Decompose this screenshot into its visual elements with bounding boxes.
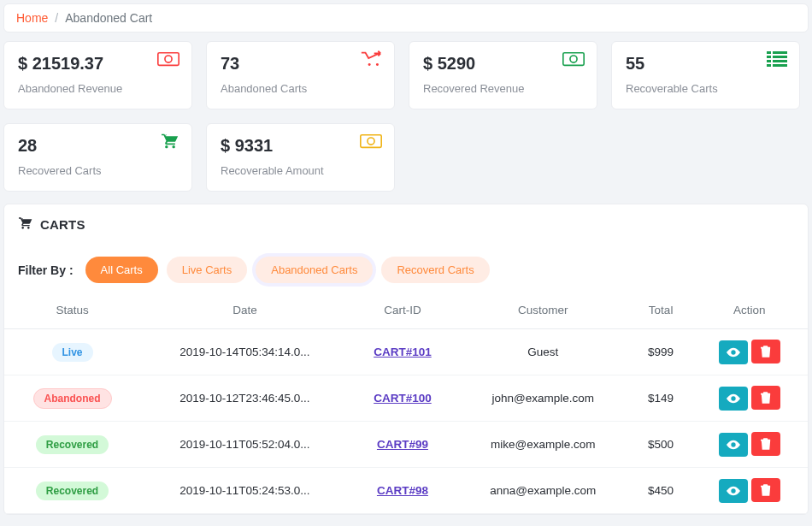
delete-button[interactable] — [751, 432, 780, 456]
breadcrumb-separator: / — [55, 11, 58, 25]
svg-rect-14 — [361, 135, 381, 148]
cart-icon — [18, 216, 33, 233]
cell-total: $450 — [631, 468, 691, 514]
filter-pills: All CartsLive CartsAbandoned CartsRecove… — [85, 257, 490, 283]
stat-card: 55Recoverable Carts — [611, 41, 800, 109]
cart-id-link[interactable]: CART#101 — [374, 346, 432, 358]
status-badge: Abandoned — [33, 388, 112, 409]
svg-point-2 — [368, 63, 371, 66]
breadcrumb-home[interactable]: Home — [16, 11, 48, 25]
filter-pill-live-carts[interactable]: Live Carts — [167, 257, 248, 283]
view-button[interactable] — [719, 387, 748, 411]
money-icon — [360, 133, 382, 150]
cell-total: $500 — [631, 422, 691, 468]
svg-rect-6 — [767, 51, 771, 54]
filter-row: Filter By : All CartsLive CartsAbandoned… — [4, 236, 808, 292]
status-badge: Recovered — [36, 482, 109, 500]
table-header-row: StatusDateCart-IDCustomerTotalAction — [4, 292, 808, 329]
svg-rect-9 — [773, 56, 787, 58]
stat-label: Abandoned Revenue — [18, 82, 178, 95]
stat-card: $ 9331Recoverable Amount — [206, 123, 395, 192]
cell-customer: john@example.com — [456, 375, 631, 422]
svg-point-5 — [570, 56, 577, 62]
table-row: Abandoned2019-10-12T23:46:45.0...CART#10… — [4, 375, 808, 422]
table-header: Customer — [456, 292, 631, 329]
cell-customer: mike@example.com — [456, 422, 631, 468]
money-icon — [157, 50, 179, 68]
svg-rect-10 — [767, 60, 771, 62]
stat-cards-grid: $ 21519.37Abandoned Revenue73Abandoned C… — [0, 41, 812, 204]
filter-pill-abandoned-carts[interactable]: Abandoned Carts — [256, 257, 373, 283]
stat-value: 73 — [221, 54, 380, 74]
table-header: Cart-ID — [350, 292, 456, 329]
cell-customer: anna@example.com — [456, 468, 631, 514]
svg-point-3 — [376, 63, 379, 66]
stat-value: 28 — [18, 136, 178, 156]
money-icon — [562, 50, 585, 68]
view-button[interactable] — [719, 433, 748, 457]
stat-card: 73Abandoned Carts — [206, 41, 395, 109]
breadcrumb: Home / Abandoned Cart — [3, 3, 809, 33]
cell-date: 2019-10-12T23:46:45.0... — [140, 375, 350, 422]
delete-button[interactable] — [751, 386, 780, 410]
svg-point-1 — [165, 56, 172, 62]
cart-id-link[interactable]: CART#99 — [377, 438, 428, 451]
stat-label: Recovered Revenue — [423, 82, 583, 95]
delete-button[interactable] — [751, 340, 780, 363]
stat-label: Recoverable Carts — [626, 82, 786, 95]
table-row: Live2019-10-14T05:34:14.0...CART#101Gues… — [4, 329, 808, 375]
carts-table: StatusDateCart-IDCustomerTotalAction Liv… — [4, 292, 808, 514]
panel-title: CARTS — [40, 217, 85, 232]
stat-label: Abandoned Carts — [221, 82, 380, 95]
svg-rect-8 — [767, 56, 771, 58]
stat-value: 55 — [626, 54, 786, 74]
table-row: Recovered2019-10-11T05:52:04.0...CART#99… — [4, 422, 808, 468]
cart-arrow-icon — [360, 50, 382, 68]
table-header: Status — [4, 292, 140, 329]
cell-date: 2019-10-11T05:24:53.0... — [140, 468, 350, 514]
view-button[interactable] — [719, 479, 748, 503]
status-badge: Live — [52, 343, 93, 362]
cart-icon — [157, 133, 179, 150]
cell-total: $149 — [631, 375, 691, 422]
list-icon — [765, 50, 787, 68]
cell-customer: Guest — [456, 329, 631, 375]
stat-value: $ 21519.37 — [18, 54, 178, 74]
filter-pill-recoverd-carts[interactable]: Recoverd Carts — [381, 257, 489, 283]
svg-rect-0 — [158, 53, 179, 66]
stat-card: $ 5290Recovered Revenue — [409, 41, 597, 109]
delete-button[interactable] — [751, 478, 780, 502]
table-header: Action — [691, 292, 808, 329]
stat-card: 28Recovered Carts — [3, 123, 192, 192]
stat-label: Recoverable Amount — [221, 164, 380, 177]
stat-card: $ 21519.37Abandoned Revenue — [3, 41, 192, 109]
svg-rect-11 — [773, 60, 787, 62]
cell-date: 2019-10-11T05:52:04.0... — [140, 422, 350, 468]
table-header: Date — [140, 292, 350, 329]
stat-value: $ 9331 — [221, 136, 380, 156]
table-row: Recovered2019-10-11T05:24:53.0...CART#98… — [4, 468, 808, 514]
breadcrumb-current: Abandoned Cart — [65, 11, 152, 25]
svg-rect-12 — [767, 64, 771, 67]
cart-id-link[interactable]: CART#98 — [377, 484, 428, 497]
view-button[interactable] — [719, 340, 748, 364]
stat-label: Recovered Carts — [18, 164, 178, 177]
cart-id-link[interactable]: CART#100 — [374, 392, 432, 405]
stat-value: $ 5290 — [423, 54, 583, 74]
filter-label: Filter By : — [18, 263, 74, 277]
status-badge: Recovered — [36, 435, 109, 454]
svg-rect-13 — [773, 64, 787, 67]
carts-panel: CARTS Filter By : All CartsLive CartsAba… — [3, 204, 809, 515]
cell-total: $999 — [631, 329, 691, 375]
svg-point-15 — [368, 138, 374, 145]
table-header: Total — [631, 292, 691, 329]
cell-date: 2019-10-14T05:34:14.0... — [140, 329, 350, 375]
svg-rect-7 — [773, 51, 787, 54]
table-body: Live2019-10-14T05:34:14.0...CART#101Gues… — [4, 329, 808, 514]
filter-pill-all-carts[interactable]: All Carts — [85, 257, 158, 283]
svg-rect-4 — [563, 53, 584, 66]
